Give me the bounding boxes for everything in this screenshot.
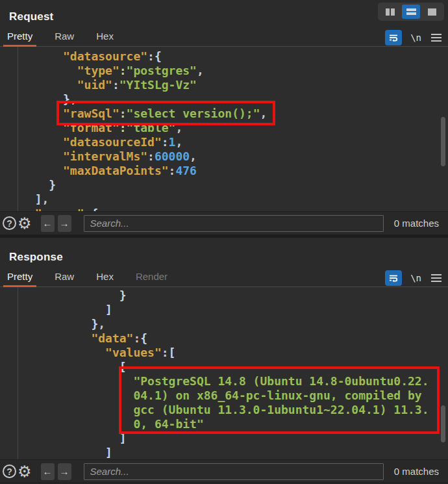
code-line: "datasource":{ (21, 49, 267, 64)
code-line: "format":"table", (21, 121, 267, 135)
code-line: "maxDataPoints":476 (21, 164, 267, 178)
response-code: } ] }, "data":{ "values":[ [ "PostgreSQL… (21, 288, 429, 459)
word-wrap-toggle[interactable] (385, 270, 402, 286)
code-line: 04.1) on x86_64-pc-linux-gnu, compiled b… (21, 388, 429, 403)
request-match-count: 0 matches (394, 218, 439, 229)
newline-toggle[interactable]: \n (410, 273, 421, 283)
code-line: "datasourceId":1, (21, 135, 267, 149)
bottom-edge (0, 483, 448, 483)
code-line: ] (21, 446, 429, 459)
gutter-divider (18, 47, 18, 211)
response-tab-bar: Pretty Raw Hex Render \n (0, 269, 448, 287)
code-line: "intervalMs":60000, (21, 149, 267, 164)
layout-columns-button[interactable] (381, 5, 399, 19)
request-search-input[interactable] (84, 215, 384, 232)
code-line: 0, 64-bit" (21, 417, 429, 431)
layout-single-button[interactable] (423, 5, 441, 19)
request-scrollbar[interactable] (441, 117, 445, 166)
request-panel: Request Pretty Raw Hex (0, 0, 448, 235)
code-line: }, (21, 92, 267, 107)
code-line: ] (21, 431, 429, 446)
columns-layout-icon (386, 8, 395, 16)
search-prev-button[interactable]: ← (41, 463, 55, 480)
search-next-button[interactable]: → (58, 463, 71, 480)
layout-rows-button[interactable] (402, 5, 420, 19)
request-tab-hex[interactable]: Hex (92, 29, 118, 46)
code-line: "rawSql":"select version();", (21, 107, 267, 121)
http-message-viewer: Request Pretty Raw Hex (0, 0, 448, 484)
code-line: "uid":"YItSLg-Vz" (21, 78, 267, 92)
code-line: "type":"postgres", (21, 64, 267, 78)
response-panel: Response Pretty Raw Hex Render \n (0, 238, 448, 483)
gear-icon[interactable]: ⚙ (18, 216, 32, 231)
newline-toggle[interactable]: \n (410, 32, 421, 43)
rows-layout-icon (406, 8, 416, 15)
code-line: gcc (Ubuntu 11.3.0-1ubuntu1~22.04.1) 11.… (21, 403, 429, 417)
code-line: "values":[ (21, 346, 429, 360)
request-header: Request (0, 0, 448, 29)
response-tab-raw[interactable]: Raw (51, 269, 78, 287)
gutter-divider (18, 287, 18, 459)
request-tab-raw[interactable]: Raw (51, 29, 78, 46)
response-scrollbar[interactable] (441, 405, 445, 442)
response-tab-hex[interactable]: Hex (92, 269, 118, 287)
request-tab-bar: Pretty Raw Hex \n (0, 29, 448, 47)
word-wrap-icon (388, 32, 399, 43)
request-tab-pretty[interactable]: Pretty (3, 29, 36, 46)
hamburger-menu-icon[interactable] (430, 273, 443, 283)
response-panel-title: Response (0, 238, 448, 264)
code-line: "PostgreSQL 14.8 (Ubuntu 14.8-0ubuntu0.2… (21, 374, 429, 388)
request-code: "datasource":{ "type":"postgres", "uid":… (21, 49, 267, 211)
response-header: Response (0, 238, 448, 269)
code-line: "range":{ (21, 207, 267, 211)
response-search-input[interactable] (84, 463, 384, 480)
single-layout-icon (428, 8, 436, 16)
request-editor[interactable]: "datasource":{ "type":"postgres", "uid":… (0, 47, 448, 211)
response-search-bar: ? ⚙ ← → 0 matches (0, 459, 448, 483)
code-line: ], (21, 192, 267, 207)
search-prev-button[interactable]: ← (41, 215, 55, 232)
code-line: "data":{ (21, 331, 429, 346)
response-tab-pretty[interactable]: Pretty (3, 269, 36, 287)
code-line: ] (21, 303, 429, 317)
question-circle-icon[interactable]: ? (3, 216, 16, 230)
code-line: }, (21, 317, 429, 331)
response-tab-render: Render (132, 269, 171, 287)
code-line: [ (21, 360, 429, 374)
code-line: } (21, 178, 267, 192)
request-search-bar: ? ⚙ ← → 0 matches (0, 211, 448, 235)
word-wrap-icon (388, 273, 399, 283)
word-wrap-toggle[interactable] (385, 30, 402, 45)
response-match-count: 0 matches (394, 466, 439, 477)
search-next-button[interactable]: → (58, 215, 71, 232)
question-circle-icon[interactable]: ? (3, 465, 16, 478)
response-editor[interactable]: } ] }, "data":{ "values":[ [ "PostgreSQL… (0, 287, 448, 459)
layout-switcher (378, 3, 444, 21)
gear-icon[interactable]: ⚙ (18, 464, 32, 479)
hamburger-menu-icon[interactable] (430, 32, 443, 43)
code-line: } (21, 288, 429, 303)
